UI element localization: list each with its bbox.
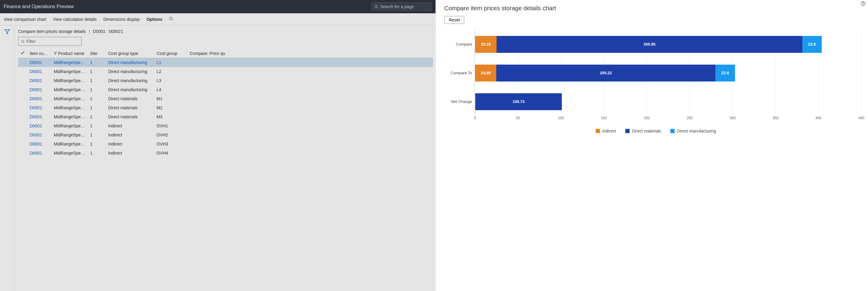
breadcrumb: Compare item prices storage details | D0… [18, 29, 433, 34]
chart-bar[interactable]: 0.36100.73 [475, 93, 562, 110]
chart-area: Compare25.25355.9522.6Compare To24.89255… [444, 30, 861, 134]
cell-item-number: D0001 [27, 76, 51, 85]
col-header-item[interactable]: Item nu… [27, 49, 51, 58]
cell-cost-group: M2 [154, 103, 187, 112]
cell-product-name: MidRangeSpeak… [51, 58, 88, 67]
table-row[interactable]: D0001MidRangeSpeak…1Direct manufacturing… [18, 67, 433, 76]
chart-segment-direct-manufacturing[interactable]: 22.6 [802, 36, 822, 53]
table-row[interactable]: D0001MidRangeSpeak…1Direct materialsM2 [18, 103, 433, 112]
legend-direct-materials[interactable]: Direct materials [625, 129, 661, 134]
chart-segment-direct-materials[interactable]: 255.22 [496, 65, 715, 81]
cell-item-number: D0001 [27, 112, 51, 121]
cell-site: 1 [88, 76, 106, 85]
command-bar: View comparison chartView calculation de… [0, 13, 435, 25]
table-row[interactable]: D0001MidRangeSpeak…1Direct manufacturing… [18, 58, 433, 67]
cell-cost-group: L3 [154, 76, 187, 85]
chart-bar[interactable]: 24.89255.2222.6 [475, 65, 735, 81]
col-header-compare[interactable]: Compare: Price qu [187, 49, 433, 58]
chart-segment-indirect[interactable]: 24.89 [475, 65, 497, 81]
legend-swatch-materials [625, 129, 629, 133]
legend-swatch-indirect [596, 129, 600, 133]
cell-cost-group: OVH4 [154, 148, 187, 157]
cmd-view-calculation-details[interactable]: View calculation details [53, 17, 97, 22]
col-header-select[interactable] [18, 49, 27, 58]
chart-title: Compare item prices storage details char… [444, 5, 861, 12]
cell-site: 1 [88, 148, 106, 157]
cell-product-name: MidRangeSpeak… [51, 112, 88, 121]
table-row[interactable]: D0001MidRangeSpeak…1IndirectOVH4 [18, 148, 433, 157]
cell-product-name: MidRangeSpeak… [51, 67, 88, 76]
axis-tick: 200 [644, 116, 650, 120]
table-row[interactable]: D0001MidRangeSpeak…1Direct materialsM3 [18, 112, 433, 121]
legend-indirect[interactable]: Indirect [596, 129, 616, 134]
cell-cost-group-type: Indirect [106, 131, 154, 140]
data-grid: Item nu… Product name Site [18, 49, 433, 157]
cell-product-name: MidRangeSpeak… [51, 103, 88, 112]
axis-tick: 300 [730, 116, 736, 120]
cell-cost-group-type: Direct materials [106, 112, 154, 121]
breadcrumb-context: D0001 : 000021 [93, 29, 123, 34]
cell-product-name: MidRangeSpeak… [51, 148, 88, 157]
chart-segment-direct-manufacturing[interactable]: 22.6 [715, 65, 735, 81]
cell-cost-group-type: Direct manufacturing [106, 85, 154, 94]
breadcrumb-page: Compare item prices storage details [18, 29, 86, 34]
chart-bar[interactable]: 25.25355.9522.6 [475, 36, 822, 53]
cmd-dimensions-display[interactable]: Dimensions display [103, 17, 140, 22]
cmd-view-comparison-chart[interactable]: View comparison chart [4, 17, 46, 22]
cell-site: 1 [88, 67, 106, 76]
cell-cost-group: OVH3 [154, 140, 187, 148]
cell-cost-group: M1 [154, 94, 187, 103]
cell-item-number: D0001 [27, 67, 51, 76]
reset-button[interactable]: Reset [444, 16, 465, 24]
svg-line-1 [377, 7, 378, 9]
table-row[interactable]: D0001MidRangeSpeak…1Direct manufacturing… [18, 85, 433, 94]
table-row[interactable]: D0001MidRangeSpeak…1Direct materialsM1 [18, 94, 433, 103]
funnel-icon[interactable] [4, 29, 10, 291]
search-icon[interactable] [169, 16, 173, 22]
table-row[interactable]: D0001MidRangeSpeak…1IndirectOVH2 [18, 131, 433, 140]
cell-product-name: MidRangeSpeak… [51, 121, 88, 131]
col-header-product[interactable]: Product name [51, 49, 88, 58]
cell-cost-group-type: Direct materials [106, 94, 154, 103]
cell-item-number: D0001 [27, 58, 51, 67]
chart-segment-indirect[interactable]: 25.25 [475, 36, 497, 53]
col-header-ctype[interactable]: Cost group type [106, 49, 154, 58]
global-search[interactable]: Search for a page [371, 2, 432, 11]
axis-tick: 150 [601, 116, 607, 120]
axis-tick: 350 [773, 116, 779, 120]
chart-segment-direct-materials[interactable]: 100.73 [475, 93, 562, 110]
search-icon [21, 40, 25, 43]
chart-plot-strip: 0.36100.73 [474, 87, 861, 116]
cell-item-number: D0001 [27, 103, 51, 112]
chart-segment-direct-materials[interactable]: 355.95 [497, 36, 802, 53]
checkmark-icon [21, 51, 25, 55]
cmd-options[interactable]: Options [146, 17, 162, 22]
cell-item-number: D0001 [27, 85, 51, 94]
grid-filter-input[interactable]: Filter [18, 37, 82, 46]
chart-category-label: Net Change [450, 99, 474, 104]
app-title: Finance and Operations Preview [4, 4, 74, 9]
svg-point-0 [374, 5, 377, 8]
col-header-cgrp[interactable]: Cost group [154, 49, 187, 58]
axis-tick: 0 [474, 116, 476, 120]
table-row[interactable]: D0001MidRangeSpeak…1Direct manufacturing… [18, 76, 433, 85]
cell-item-number: D0001 [27, 121, 51, 131]
cell-site: 1 [88, 58, 106, 67]
cell-cost-group-type: Indirect [106, 148, 154, 157]
cell-cost-group: L1 [154, 58, 187, 67]
cell-product-name: MidRangeSpeak… [51, 94, 88, 103]
cell-product-name: MidRangeSpeak… [51, 85, 88, 94]
cell-cost-group-type: Direct manufacturing [106, 67, 154, 76]
cell-cost-group: OVH2 [154, 131, 187, 140]
help-icon[interactable] [861, 1, 866, 7]
chart-legend: Indirect Direct materials Direct manufac… [450, 129, 861, 134]
right-pane: Compare item prices storage details char… [436, 0, 868, 291]
table-row[interactable]: D0001MidRangeSpeak…1IndirectOVH1 [18, 121, 433, 131]
axis-tick: 50 [516, 116, 520, 120]
col-header-site[interactable]: Site [88, 49, 106, 58]
chart-category-label: Compare [450, 42, 474, 46]
legend-direct-manufacturing[interactable]: Direct manufacturing [670, 129, 716, 134]
cell-item-number: D0001 [27, 94, 51, 103]
chart-plot-strip: 25.25355.9522.6 [474, 30, 861, 59]
table-row[interactable]: D0001MidRangeSpeak…1IndirectOVH3 [18, 140, 433, 148]
